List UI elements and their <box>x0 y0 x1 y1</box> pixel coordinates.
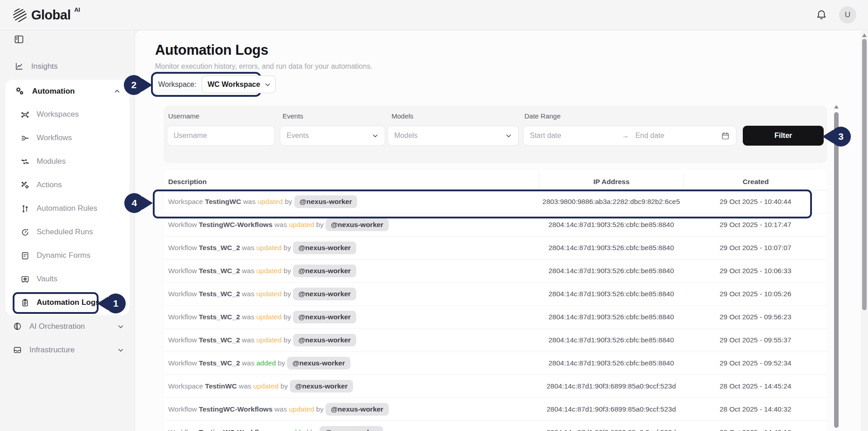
sidebar-toggle-icon[interactable] <box>14 34 24 45</box>
chevron-down-icon <box>505 133 512 139</box>
workspaces-icon <box>20 110 30 119</box>
table-row-9[interactable]: Workspace TestinWC was updated by @nexus… <box>164 375 827 398</box>
sidebar-item-insights[interactable]: Insights <box>0 59 135 74</box>
created-timestamp: 29 Oct 2025 - 10:07:07 <box>684 244 827 252</box>
user-avatar[interactable]: U <box>839 6 856 24</box>
sidebar-item-automation-rules[interactable]: Automation Rules <box>5 201 129 216</box>
automation-rules-icon <box>20 204 30 213</box>
sidebar-item-automation[interactable]: Automation <box>5 84 129 99</box>
user-badge: @nexus-worker <box>293 334 356 346</box>
filter-button[interactable]: Filter <box>743 126 824 146</box>
action-updated: updated <box>256 290 282 298</box>
created-timestamp: 28 Oct 2025 - 14:40:32 <box>684 405 827 413</box>
arrow-right-icon: → <box>622 132 629 140</box>
inner-scrollbar-thumb[interactable] <box>834 112 839 428</box>
sidebar: Insights Automation WorkspacesWorkflowsM… <box>0 30 135 431</box>
table-row-3[interactable]: Workflow Tests_WC_2 was updated by @nexu… <box>164 237 827 260</box>
table-row-5[interactable]: Workflow Tests_WC_2 was updated by @nexu… <box>164 283 827 306</box>
workspace-dropdown[interactable]: WC Workspace <box>202 76 276 93</box>
sidebar-item-scheduled-runs[interactable]: Scheduled Runs <box>5 224 129 240</box>
workspace-selector: Workspace: WC Workspace <box>151 72 261 97</box>
ip-address: 2804:14c:87d1:90f3:526:cbfc:be85:8840 <box>539 359 684 367</box>
action-updated: updated <box>256 267 282 275</box>
date-range-label: Date Range <box>524 112 561 120</box>
user-badge: @nexus-worker <box>326 403 389 416</box>
chevron-down-icon <box>118 323 124 330</box>
sidebar-item-workspaces[interactable]: Workspaces <box>5 107 129 122</box>
date-range-picker[interactable]: Start date → End date <box>523 126 736 146</box>
annotation-badge-2: 2 <box>124 75 144 95</box>
sidebar-item-infrastructure[interactable]: Infrastructure <box>0 342 135 358</box>
sidebar-item-actions[interactable]: Actions <box>5 177 129 193</box>
table-row-1[interactable]: Workspace TestingWC was updated by @nexu… <box>164 190 827 213</box>
table-row-2[interactable]: Workflow TestingWC-Workflows was updated… <box>164 213 827 237</box>
events-placeholder: Events <box>287 132 309 140</box>
created-timestamp: 29 Oct 2025 - 10:05:26 <box>684 290 827 298</box>
ip-address: 2804:14c:87d1:90f3:526:cbfc:be85:8840 <box>539 244 684 252</box>
user-badge: @nexus-worker <box>294 195 358 208</box>
models-placeholder: Models <box>394 132 418 140</box>
sidebar-item-label: Automation <box>32 87 75 96</box>
column-created: Created <box>684 173 827 190</box>
sidebar-item-label: Automation Rules <box>37 204 97 213</box>
log-description: Workflow TestingWC-Workflows was updated… <box>164 403 539 416</box>
user-badge: @nexus-worker <box>287 357 350 369</box>
inner-scrollbar-up-arrow[interactable] <box>833 104 840 109</box>
user-badge: @nexus-worker <box>290 380 353 393</box>
topbar: Global AI U <box>0 0 868 30</box>
user-badge: @nexus-worker <box>293 288 356 300</box>
sidebar-item-label: Automation Logs <box>37 298 100 307</box>
end-date-placeholder: End date <box>635 132 664 140</box>
sidebar-item-label: Workflows <box>37 133 72 142</box>
action-added: added <box>289 428 308 431</box>
filters-panel: Username Events Models Date Range Events… <box>164 105 827 163</box>
notifications-bell-icon[interactable] <box>816 9 827 21</box>
column-description: Description <box>164 173 539 190</box>
automation-icon <box>14 86 25 97</box>
log-description: Workflow Tests_WC_2 was updated by @nexu… <box>164 311 539 323</box>
sidebar-item-vaults[interactable]: Vaults <box>5 271 129 287</box>
log-description: Workflow TestingWC-Workflows was added b… <box>164 426 539 431</box>
username-input-wrap <box>167 126 275 146</box>
table-row-6[interactable]: Workflow Tests_WC_2 was updated by @nexu… <box>164 306 827 329</box>
logs-table: Description IP Address Created Workspace… <box>164 170 827 431</box>
username-input[interactable] <box>174 132 268 140</box>
log-description: Workflow Tests_WC_2 was updated by @nexu… <box>164 288 539 300</box>
ip-address: 2804:14c:87d1:90f3:526:cbfc:be85:8840 <box>539 336 684 344</box>
user-badge: @nexus-worker <box>320 426 383 431</box>
created-timestamp: 29 Oct 2025 - 09:55:37 <box>684 336 827 344</box>
created-timestamp: 28 Oct 2025 - 14:40:16 <box>684 428 827 431</box>
table-row-8[interactable]: Workflow Tests_WC_2 was added by @nexus-… <box>164 352 827 375</box>
insights-icon <box>14 62 24 71</box>
models-select[interactable]: Models <box>387 126 519 146</box>
sidebar-item-ai-orchestration[interactable]: AI Orchestration <box>0 319 135 334</box>
sidebar-item-modules[interactable]: Modules <box>5 154 129 169</box>
table-row-4[interactable]: Workflow Tests_WC_2 was updated by @nexu… <box>164 260 827 283</box>
table-row-10[interactable]: Workflow TestingWC-Workflows was updated… <box>164 398 827 421</box>
sidebar-item-dynamic-forms[interactable]: Dynamic Forms <box>5 248 129 263</box>
annotation-badge-4: 4 <box>124 193 144 213</box>
sidebar-item-label: Workspaces <box>37 110 79 119</box>
calendar-icon <box>721 132 730 140</box>
sidebar-item-label: Vaults <box>37 275 57 284</box>
page-scrollbar-thumb[interactable] <box>862 39 867 310</box>
annotation-badge-1: 1 <box>106 294 126 313</box>
events-select[interactable]: Events <box>280 126 385 146</box>
main-content: Automation Logs Monitor execution histor… <box>135 30 868 431</box>
created-timestamp: 28 Oct 2025 - 14:45:24 <box>684 382 827 390</box>
created-timestamp: 29 Oct 2025 - 09:52:34 <box>684 359 827 367</box>
page-title: Automation Logs <box>155 42 268 58</box>
annotation-badge-3: 3 <box>831 127 851 147</box>
user-badge: @nexus-worker <box>326 218 389 231</box>
page-scrollbar-up-arrow[interactable] <box>861 33 868 38</box>
actions-icon <box>20 180 30 190</box>
sidebar-item-label: Modules <box>37 157 66 166</box>
username-label: Username <box>168 112 199 120</box>
action-updated: updated <box>256 244 282 251</box>
sidebar-item-workflows[interactable]: Workflows <box>5 130 129 146</box>
sidebar-item-label: Insights <box>31 62 58 71</box>
user-badge: @nexus-worker <box>293 242 356 254</box>
table-row-7[interactable]: Workflow Tests_WC_2 was updated by @nexu… <box>164 329 827 352</box>
table-row-11[interactable]: Workflow TestingWC-Workflows was added b… <box>164 421 827 431</box>
brand-logo[interactable]: Global AI <box>12 6 80 24</box>
